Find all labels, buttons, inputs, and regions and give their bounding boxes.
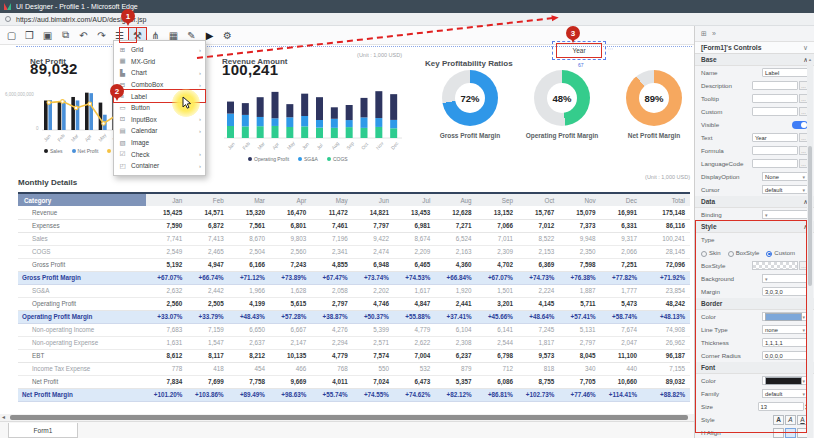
panel-header[interactable]: [Form1]'s Controls ∨	[695, 41, 814, 54]
scroll-up-icon[interactable]: ▲	[807, 57, 813, 62]
h-align-button-0[interactable]	[773, 428, 784, 438]
menu-item-chart[interactable]: ▙Chart›	[114, 67, 205, 79]
section-header-border[interactable]: Border	[695, 298, 814, 310]
table-row: Net Profit7,8347,6997,7589,6694,0117,024…	[18, 375, 690, 388]
col-header-month: Jan	[146, 193, 187, 206]
submenu-arrow-icon: ›	[199, 116, 201, 122]
cell-value: +74.55%	[353, 388, 394, 401]
cell-value: 7,741	[146, 232, 187, 245]
site-info-icon[interactable]	[5, 16, 11, 22]
cell-value: 7,373	[559, 219, 600, 232]
menu-item-check[interactable]: ☑Check›	[114, 148, 205, 160]
redo-icon[interactable]: ↷	[93, 28, 110, 43]
radio-option[interactable]: Custom	[766, 250, 795, 256]
form1-tab[interactable]: Form1	[8, 423, 78, 438]
cell-value: 466	[270, 362, 311, 375]
panel-dock-icon[interactable]: ⊞	[701, 30, 707, 38]
cell-value: +76.38%	[559, 271, 600, 284]
text-input[interactable]	[752, 107, 798, 116]
cell-value: 7,699	[187, 375, 228, 388]
cell-value: 2,560	[270, 245, 311, 258]
cell-value: 2,202	[353, 284, 394, 297]
ratios-title: Key Profitability Ratios	[425, 52, 513, 70]
cell-value: 16,470	[270, 206, 311, 219]
panel-collapse-icon[interactable]: »	[712, 30, 716, 37]
save-icon[interactable]: ▣	[39, 28, 56, 43]
menu-item-grid[interactable]: ⊞Grid›	[114, 44, 205, 56]
radio-option[interactable]: BoxStyle	[728, 250, 760, 256]
container-icon: ◰	[118, 162, 127, 170]
text-input[interactable]	[752, 94, 798, 103]
cell-value: 7,024	[353, 375, 394, 388]
radio-option[interactable]: Skin	[701, 250, 721, 256]
prop-row-radios: SkinBoxStyleCustom	[695, 246, 814, 259]
select-input[interactable]: default▾	[762, 389, 808, 398]
radio-icon[interactable]	[701, 251, 707, 257]
toggle-switch[interactable]	[792, 121, 808, 129]
cell-total: 86,116	[642, 219, 690, 232]
cell-value: 4,779	[311, 349, 352, 362]
panel-scrollbar[interactable]: ▲	[807, 56, 813, 438]
number-input[interactable]: 13	[758, 402, 804, 411]
menu-item-container[interactable]: ◰Container›	[114, 160, 205, 172]
save-all-icon[interactable]: ⧉	[57, 28, 74, 43]
cell-total: +71.92%	[642, 271, 690, 284]
text-input[interactable]	[752, 81, 798, 90]
text-input[interactable]: Year	[752, 133, 798, 142]
text-input[interactable]	[752, 159, 798, 168]
chevron-down-icon[interactable]: ∨	[803, 44, 808, 52]
select-input[interactable]: default▾	[762, 185, 808, 194]
cell-value: 6,981	[394, 219, 435, 232]
section-header-font[interactable]: Font	[695, 362, 814, 374]
ui-designer-window: UI Designer - Profile 1 - Microsoft Edge…	[0, 0, 814, 438]
undo-icon[interactable]: ↶	[75, 28, 92, 43]
scroll-left-icon[interactable]: ◄	[1, 414, 6, 421]
menu-item-image[interactable]: ▧Image	[114, 137, 205, 149]
select-input[interactable]: ▾	[762, 210, 808, 219]
new-file-icon[interactable]: ▢	[3, 28, 20, 43]
cell-value: 4,702	[477, 258, 518, 271]
h-align-button-1[interactable]	[785, 428, 796, 438]
select-input[interactable]: ▾	[762, 274, 808, 283]
font-bold-button[interactable]: A	[773, 415, 784, 425]
section-header-style[interactable]: Style∧	[695, 221, 814, 233]
table-row: Non-operating Income7,6837,1596,6506,667…	[18, 323, 690, 336]
monthly-details-table[interactable]: CategoryJanFebMarAprMayJunJulAugSepOctNo…	[18, 192, 690, 402]
section-header-base[interactable]: Base∧	[695, 54, 814, 66]
section-header-data[interactable]: Data∧	[695, 196, 814, 208]
text-input[interactable]: 0,0,0,0	[762, 351, 808, 360]
menu-item-combobox[interactable]: ⊟ComboBox›	[114, 79, 205, 91]
prop-row-color: Color▾	[695, 374, 814, 387]
cell-total: 48,242	[642, 297, 690, 310]
menu-item-mx-grid[interactable]: ▦MX-Grid	[114, 56, 205, 68]
text-input[interactable]: 3,0,3,0	[762, 287, 808, 296]
radio-icon[interactable]	[728, 251, 734, 257]
horizontal-scrollbar[interactable]: ◄	[0, 414, 694, 421]
hscroll-thumb[interactable]	[10, 415, 688, 420]
cell-value: 15,320	[229, 206, 270, 219]
prop-label: Binding	[701, 211, 762, 218]
settings-icon[interactable]: ⚙	[219, 28, 236, 43]
cell-value: 5,131	[559, 323, 600, 336]
text-input[interactable]: Label	[762, 68, 808, 77]
text-input[interactable]: 1,1,1,1	[762, 338, 808, 347]
select-input[interactable]: None▾	[762, 172, 808, 181]
radio-icon[interactable]	[766, 251, 772, 257]
cell-value: 6,872	[187, 219, 228, 232]
cell-value: 7,245	[518, 323, 559, 336]
col-header-month: May	[311, 193, 352, 206]
menu-item-calendar[interactable]: ▤Calendar›	[114, 125, 205, 137]
select-input[interactable]: none▾	[762, 325, 808, 334]
year-label-control[interactable]: Year	[557, 44, 601, 57]
boxstyle-preview[interactable]	[752, 261, 798, 270]
color-picker[interactable]: ▾	[762, 376, 808, 385]
open-folder-icon[interactable]: ❒	[21, 28, 38, 43]
cell-value: 8,674	[394, 232, 435, 245]
font-italic-button[interactable]: A	[785, 415, 796, 425]
color-picker[interactable]: ▾	[762, 312, 808, 321]
revenue-legend: Operating ProfitSG&ACOGS	[248, 156, 348, 162]
cell-value: 6,650	[229, 323, 270, 336]
text-input[interactable]	[752, 146, 798, 155]
prop-label: Style	[701, 416, 773, 423]
cell-value: 1,966	[229, 284, 270, 297]
